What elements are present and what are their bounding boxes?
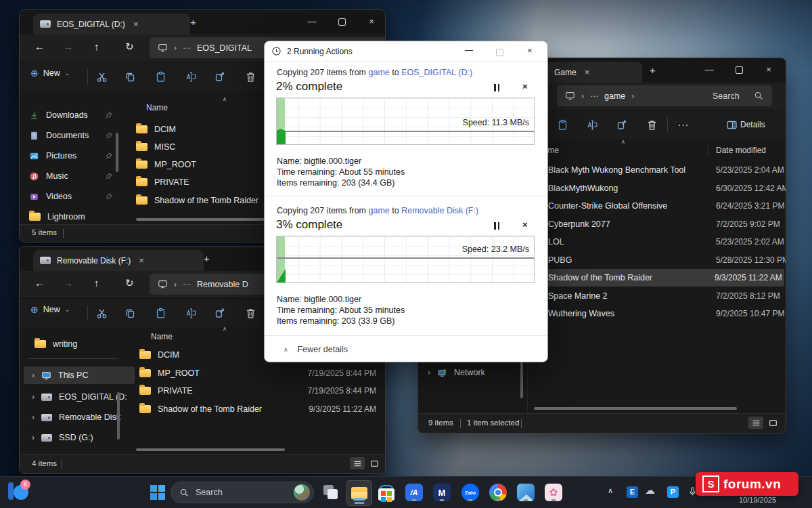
destination-link[interactable]: EOS_DIGITAL (D:) — [401, 68, 472, 77]
maximize-button[interactable] — [328, 10, 355, 33]
copy-button[interactable] — [121, 304, 139, 322]
cancel-operation-button[interactable]: × — [522, 219, 528, 230]
app-a-button[interactable]: /A — [404, 482, 424, 503]
rename-button[interactable] — [182, 304, 200, 322]
sidebar-item-downloads[interactable]: Downloads — [29, 106, 113, 124]
chat-dock-bar[interactable] — [8, 482, 14, 500]
breadcrumb-ellipsis[interactable]: ⋯ — [183, 280, 191, 289]
share-button[interactable] — [613, 116, 631, 133]
tree-item-ssd[interactable]: › SSD (G:) — [32, 429, 131, 446]
tray-date[interactable]: 10/19/2025 — [739, 496, 776, 504]
search-box[interactable]: Search — [704, 85, 772, 106]
file-row[interactable]: Black Myth Wukong Benchmark Tool 5/23/20… — [530, 161, 784, 179]
column-header-date-modified[interactable]: Date modified — [716, 146, 766, 155]
tab-removable-disk[interactable]: Removable Disk (F:) × — [33, 250, 204, 271]
forward-button[interactable]: → — [63, 41, 73, 52]
maximize-button[interactable] — [496, 46, 503, 58]
task-view-button[interactable] — [321, 482, 341, 503]
paste-button[interactable] — [152, 304, 169, 322]
file-row[interactable]: Cyberpunk 2077 7/2/2025 9:02 PM — [530, 215, 784, 233]
column-header-name[interactable]: Name — [151, 332, 173, 341]
file-row[interactable]: Shadow of the Tomb Raider 9/3/2025 11:22… — [139, 400, 376, 418]
tray-cloud-icon[interactable]: ☁ — [645, 484, 655, 496]
expand-chevron-icon[interactable]: › — [428, 368, 430, 377]
photos-button[interactable] — [516, 482, 536, 503]
rename-button[interactable] — [583, 116, 601, 133]
column-divider[interactable] — [708, 143, 708, 156]
more-options-button[interactable] — [674, 116, 692, 133]
breadcrumb-ellipsis[interactable]: ⋯ — [590, 91, 598, 101]
tree-item-removable-disk[interactable]: › Removable Disk — [32, 408, 131, 426]
minimize-button[interactable]: — — [465, 45, 473, 55]
file-row[interactable]: PRIVATE 7/19/2025 8:44 PM — [139, 382, 376, 400]
pause-button[interactable] — [490, 82, 503, 93]
sidebar-item-music[interactable]: Music — [29, 167, 113, 185]
delete-button[interactable] — [242, 68, 259, 85]
new-button[interactable]: ⊕ New ⌄ — [30, 304, 70, 315]
breadcrumb-ellipsis[interactable]: ⋯ — [183, 43, 191, 53]
tab-game[interactable]: Game × — [547, 62, 642, 83]
chrome-button[interactable] — [488, 482, 508, 503]
file-row[interactable]: MP_ROOT 7/19/2025 8:44 PM — [139, 364, 376, 382]
back-button[interactable]: ← — [35, 41, 45, 52]
file-row[interactable]: Space Marine 2 7/2/2025 8:12 PM — [530, 287, 784, 305]
minimize-button[interactable]: — — [298, 10, 325, 33]
app-m-button[interactable]: M — [432, 482, 452, 503]
delete-button[interactable] — [643, 116, 660, 133]
fewer-details-toggle[interactable]: ∧ Fewer details — [284, 345, 348, 354]
sidebar-item-lightroom[interactable]: Lightroom — [29, 208, 113, 226]
source-link[interactable]: game — [369, 68, 390, 77]
view-large-icons-button[interactable] — [367, 457, 382, 469]
tree-item-network[interactable]: › Network — [428, 364, 516, 381]
rename-button[interactable] — [182, 68, 200, 85]
cut-button[interactable] — [93, 68, 110, 85]
tab-close-icon[interactable]: × — [133, 19, 139, 29]
sidebar-item-pictures[interactable]: Pictures — [29, 147, 113, 165]
close-button[interactable]: × — [755, 58, 782, 81]
view-list-button[interactable] — [748, 417, 763, 429]
sidebar-scrollbar[interactable] — [117, 392, 120, 440]
dialog-title-bar[interactable]: 2 Running Actions — × — [265, 41, 547, 62]
details-pane-button[interactable] — [723, 116, 740, 133]
zalo-button[interactable]: Zalo — [460, 482, 480, 503]
tab-close-icon[interactable]: × — [585, 67, 590, 77]
column-header-name[interactable]: Name — [146, 103, 168, 112]
taskbar-search[interactable]: Search — [171, 482, 314, 503]
delete-button[interactable] — [242, 304, 259, 322]
sidebar-item-writing[interactable]: writing — [35, 335, 116, 353]
tab-close-icon[interactable]: × — [139, 255, 144, 266]
destination-link[interactable]: Removable Disk (F:) — [401, 206, 478, 215]
up-button[interactable]: ↑ — [94, 277, 99, 289]
file-row[interactable]: BlackMythWukong 6/30/2025 12:42 AM — [530, 179, 784, 197]
file-row-selected[interactable]: Shadow of the Tomb Raider 9/3/2025 11:22… — [528, 269, 784, 287]
expand-chevron-icon[interactable]: › — [32, 392, 35, 402]
sidebar-item-videos[interactable]: Videos — [29, 188, 113, 205]
details-label[interactable]: Details — [740, 120, 765, 129]
horizontal-scrollbar[interactable] — [136, 448, 285, 451]
tree-item-eos-digital[interactable]: › EOS_DIGITAL (D: — [32, 388, 131, 406]
maximize-button[interactable] — [725, 58, 752, 81]
tab-eos-digital[interactable]: EOS_DIGITAL (D:) × — [33, 14, 190, 35]
file-row[interactable]: Wuthering Waves 9/2/2025 10:47 PM — [530, 305, 784, 322]
breadcrumb[interactable]: › ⋯ game › — [557, 85, 715, 106]
paste-button[interactable] — [554, 116, 571, 133]
back-button[interactable]: ← — [35, 277, 45, 289]
sidebar-item-documents[interactable]: Documents — [29, 127, 113, 144]
file-row[interactable]: PUBG 5/28/2025 12:30 PM — [530, 251, 784, 269]
share-button[interactable] — [211, 68, 229, 85]
refresh-button[interactable]: ↻ — [125, 277, 134, 289]
new-tab-button[interactable]: + — [650, 64, 656, 76]
flower-app-button[interactable]: ✿ — [543, 482, 564, 503]
pause-button[interactable] — [490, 220, 503, 231]
tray-expand-chevron[interactable]: ∧ — [608, 486, 613, 495]
refresh-button[interactable]: ↻ — [125, 41, 134, 53]
sidebar-scrollbar[interactable] — [116, 133, 118, 172]
microsoft-store-button[interactable] — [376, 482, 397, 503]
tray-e-icon[interactable]: E — [627, 486, 638, 498]
file-row[interactable]: LOL 5/23/2025 2:02 AM — [530, 233, 784, 251]
cut-button[interactable] — [93, 304, 110, 322]
cancel-operation-button[interactable]: × — [522, 81, 528, 91]
close-button[interactable]: × — [358, 10, 385, 33]
new-button[interactable]: ⊕ New ⌄ — [30, 68, 70, 79]
copy-button[interactable] — [121, 68, 139, 85]
